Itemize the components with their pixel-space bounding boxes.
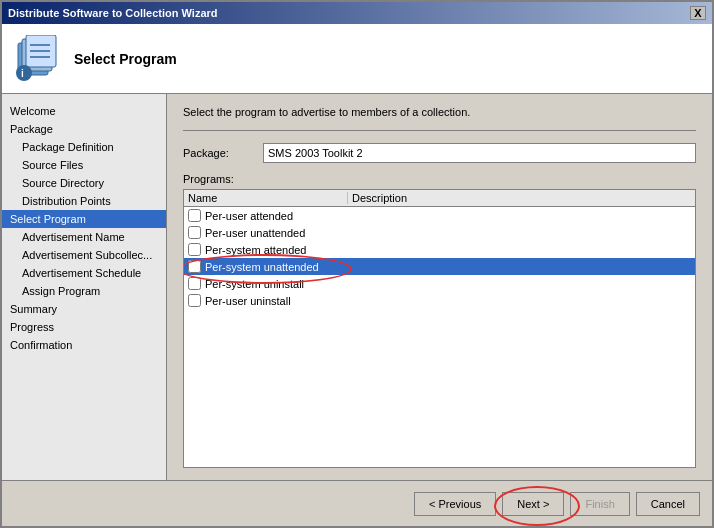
separator <box>183 130 696 131</box>
header-title: Select Program <box>74 51 177 67</box>
sidebar-item-advertisement-schedule[interactable]: Advertisement Schedule <box>2 264 166 282</box>
program-name-per-user-uninstall: Per-user uninstall <box>205 295 291 307</box>
sidebar-item-source-files[interactable]: Source Files <box>2 156 166 174</box>
main-area: WelcomePackagePackage DefinitionSource F… <box>2 94 712 480</box>
sidebar-item-source-directory[interactable]: Source Directory <box>2 174 166 192</box>
program-checkbox-per-user-uninstall[interactable] <box>188 294 201 307</box>
sidebar: WelcomePackagePackage DefinitionSource F… <box>2 94 167 480</box>
sidebar-item-summary[interactable]: Summary <box>2 300 166 318</box>
description-text: Select the program to advertise to membe… <box>183 106 696 118</box>
window-title: Distribute Software to Collection Wizard <box>8 7 218 19</box>
program-name-per-system-unattended: Per-system unattended <box>205 261 319 273</box>
program-name-per-system-uninstall: Per-system uninstall <box>205 278 304 290</box>
sidebar-item-package[interactable]: Package <box>2 120 166 138</box>
right-panel: Select the program to advertise to membe… <box>167 94 712 480</box>
sidebar-item-advertisement-subcollection[interactable]: Advertisement Subcollec... <box>2 246 166 264</box>
sidebar-item-welcome[interactable]: Welcome <box>2 102 166 120</box>
program-checkbox-per-user-unattended[interactable] <box>188 226 201 239</box>
content-area: i Select Program WelcomePackagePackage D… <box>2 24 712 526</box>
program-row-per-user-uninstall[interactable]: Per-user uninstall <box>184 292 695 309</box>
col-name: Name <box>188 192 348 204</box>
sidebar-item-package-definition[interactable]: Package Definition <box>2 138 166 156</box>
program-checkbox-per-system-uninstall[interactable] <box>188 277 201 290</box>
program-name-per-user-unattended: Per-user unattended <box>205 227 305 239</box>
sidebar-item-confirmation[interactable]: Confirmation <box>2 336 166 354</box>
package-row: Package: <box>183 143 696 163</box>
footer: < Previous Next > Finish Cancel <box>2 480 712 526</box>
previous-button[interactable]: < Previous <box>414 492 496 516</box>
package-input[interactable] <box>263 143 696 163</box>
titlebar: Distribute Software to Collection Wizard… <box>2 2 712 24</box>
close-button[interactable]: X <box>690 6 706 20</box>
program-row-per-user-unattended[interactable]: Per-user unattended <box>184 224 695 241</box>
programs-list: Per-user attendedPer-user unattendedPer-… <box>184 207 695 309</box>
program-row-per-system-uninstall[interactable]: Per-system uninstall <box>184 275 695 292</box>
programs-table-header: Name Description <box>184 190 695 207</box>
program-checkbox-per-user-attended[interactable] <box>188 209 201 222</box>
sidebar-item-select-program[interactable]: Select Program <box>2 210 166 228</box>
wizard-window: Distribute Software to Collection Wizard… <box>0 0 714 528</box>
program-row-per-system-attended[interactable]: Per-system attended <box>184 241 695 258</box>
sidebar-item-progress[interactable]: Progress <box>2 318 166 336</box>
sidebar-item-assign-program[interactable]: Assign Program <box>2 282 166 300</box>
col-description: Description <box>348 192 691 204</box>
finish-button[interactable]: Finish <box>570 492 629 516</box>
next-button-wrap: Next > <box>502 492 564 516</box>
svg-text:i: i <box>21 68 24 79</box>
program-name-per-user-attended: Per-user attended <box>205 210 293 222</box>
svg-point-6 <box>16 65 32 81</box>
programs-label: Programs: <box>183 173 696 185</box>
wizard-icon: i <box>14 35 62 83</box>
program-checkbox-per-system-attended[interactable] <box>188 243 201 256</box>
program-row-per-user-attended[interactable]: Per-user attended <box>184 207 695 224</box>
package-label: Package: <box>183 147 263 159</box>
sidebar-item-advertisement-name[interactable]: Advertisement Name <box>2 228 166 246</box>
next-button[interactable]: Next > <box>502 492 564 516</box>
program-name-per-system-attended: Per-system attended <box>205 244 307 256</box>
sidebar-item-distribution-points[interactable]: Distribution Points <box>2 192 166 210</box>
programs-table: Name Description Per-user attendedPer-us… <box>183 189 696 468</box>
program-row-per-system-unattended[interactable]: Per-system unattended <box>184 258 695 275</box>
program-checkbox-per-system-unattended[interactable] <box>188 260 201 273</box>
header-section: i Select Program <box>2 24 712 94</box>
cancel-button[interactable]: Cancel <box>636 492 700 516</box>
